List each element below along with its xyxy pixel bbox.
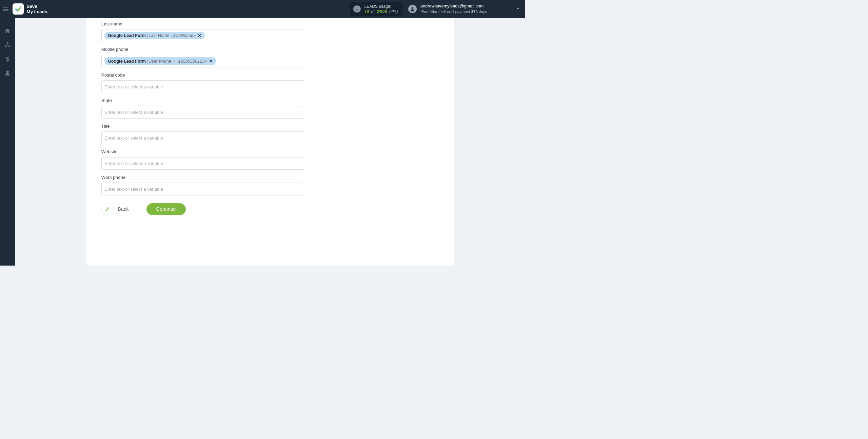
usage-text: LEADS usage: 70 of 2'000 (4%)	[364, 4, 398, 14]
account-menu[interactable]: andrewsavemyleads@gmail.com Plan |Start|…	[408, 4, 520, 14]
field-label-state: State	[101, 98, 304, 103]
svg-rect-2	[5, 46, 6, 47]
account-email: andrewsavemyleads@gmail.com	[420, 4, 487, 9]
field-title: Title Enter text or select a variable	[101, 124, 304, 144]
svg-point-5	[6, 70, 9, 73]
usage-values: 70 of 2'000 (4%)	[364, 9, 398, 14]
sidebar: $	[0, 18, 15, 266]
topbar: Save My Leads. i LEADS usage: 70 of 2'00…	[0, 0, 525, 18]
back-label: Back	[118, 206, 129, 212]
placeholder-text: Enter text or select a variable	[104, 110, 163, 115]
svg-rect-3	[8, 46, 10, 47]
field-work-phone: Work phone Enter text or select a variab…	[101, 175, 304, 195]
input-title[interactable]: Enter text or select a variable	[101, 131, 304, 144]
placeholder-text: Enter text or select a variable	[104, 187, 163, 192]
input-mobile-phone[interactable]: Google Lead Form | User Phone: «+1650555…	[101, 55, 304, 68]
dollar-icon[interactable]: $	[4, 55, 11, 62]
field-label-last-name: Last name	[101, 21, 304, 26]
chip-last-name[interactable]: Google Lead Form | Last Name: «LastName»…	[104, 32, 205, 39]
field-state: State Enter text or select a variable	[101, 98, 304, 119]
field-label-work-phone: Work phone	[101, 175, 304, 180]
chip-remove-icon[interactable]: ✕	[198, 33, 201, 38]
field-postal-code: Postal code Enter text or select a varia…	[101, 72, 304, 93]
avatar-icon	[408, 5, 417, 13]
leads-usage-box[interactable]: i LEADS usage: 70 of 2'000 (4%)	[350, 2, 402, 16]
continue-button[interactable]: Continue	[146, 203, 186, 215]
account-text: andrewsavemyleads@gmail.com Plan |Start|…	[420, 4, 487, 14]
main-area: Last name Google Lead Form | Last Name: …	[15, 18, 525, 266]
menu-toggle-button[interactable]	[2, 6, 9, 12]
user-icon[interactable]	[4, 69, 11, 76]
svg-rect-1	[6, 42, 8, 44]
usage-label: LEADS usage:	[364, 4, 398, 9]
brand-line2: My Leads.	[27, 9, 48, 14]
input-last-name[interactable]: Google Lead Form | Last Name: «LastName»…	[101, 29, 304, 42]
brand-text: Save My Leads.	[27, 4, 48, 14]
brand-line1: Save	[27, 4, 48, 9]
field-label-website: Website	[101, 149, 304, 154]
logo-icon	[13, 3, 24, 15]
form-actions: Back Continue	[101, 203, 304, 216]
brand-logo[interactable]: Save My Leads.	[13, 3, 48, 15]
field-label-mobile-phone: Mobile phone	[101, 47, 304, 52]
input-work-phone[interactable]: Enter text or select a variable	[101, 183, 304, 195]
svg-text:$: $	[6, 56, 9, 62]
back-button[interactable]: Back	[101, 203, 129, 216]
svg-point-0	[412, 7, 414, 9]
home-icon[interactable]	[4, 27, 11, 35]
chip-remove-icon[interactable]: ✕	[209, 59, 213, 64]
pencil-icon	[101, 203, 114, 216]
field-website: Website Enter text or select a variable	[101, 149, 304, 170]
input-state[interactable]: Enter text or select a variable	[101, 106, 304, 119]
info-icon: i	[353, 5, 361, 13]
field-label-postal-code: Postal code	[101, 72, 304, 78]
field-label-title: Title	[101, 124, 304, 129]
form-card: Last name Google Lead Form | Last Name: …	[86, 18, 454, 266]
account-plan: Plan |Start| left until payment 374 days	[420, 9, 487, 14]
input-website[interactable]: Enter text or select a variable	[101, 157, 304, 170]
field-last-name: Last name Google Lead Form | Last Name: …	[101, 21, 304, 42]
chevron-down-icon[interactable]	[515, 6, 520, 12]
field-mobile-phone: Mobile phone Google Lead Form | User Pho…	[101, 47, 304, 67]
chip-mobile-phone[interactable]: Google Lead Form | User Phone: «+1650555…	[104, 57, 216, 65]
placeholder-text: Enter text or select a variable	[104, 84, 163, 89]
input-postal-code[interactable]: Enter text or select a variable	[101, 80, 304, 93]
placeholder-text: Enter text or select a variable	[104, 135, 163, 141]
sitemap-icon[interactable]	[4, 41, 11, 48]
placeholder-text: Enter text or select a variable	[104, 161, 163, 166]
